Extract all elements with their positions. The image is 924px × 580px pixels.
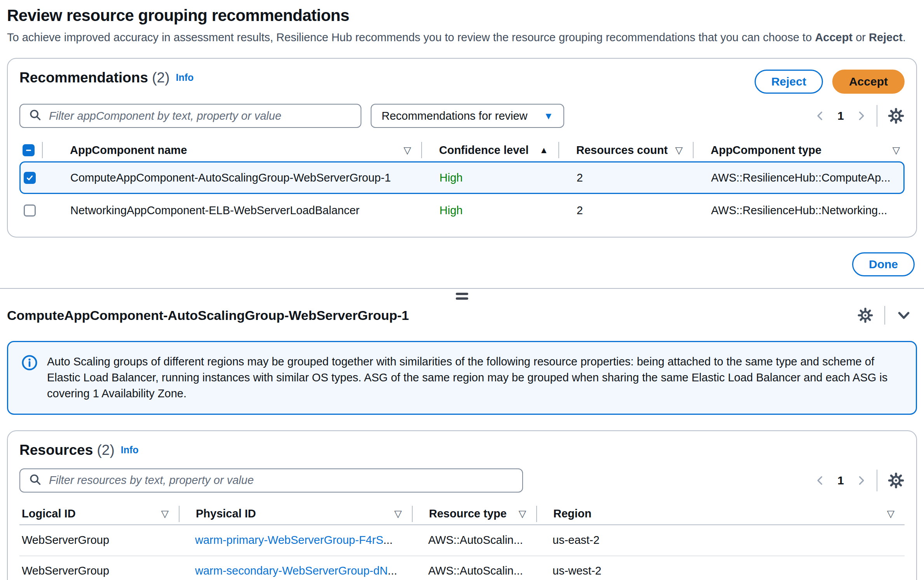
row-checkbox-checked[interactable] [24, 172, 36, 184]
recommendations-filter-dropdown[interactable]: Recommendations for review ▼ [371, 104, 564, 128]
recommendations-count: (2) [152, 70, 169, 86]
truncation-ellipsis: ... [384, 534, 393, 546]
caret-down-icon: ▼ [544, 111, 553, 121]
resources-filter-input[interactable] [48, 473, 514, 487]
column-header-region[interactable]: Region ▽ [536, 506, 905, 522]
toolbar-divider [877, 470, 877, 491]
select-all-checkbox[interactable] [23, 144, 35, 156]
description-reject-word: Reject [869, 31, 903, 44]
resources-count-cell: 2 [560, 204, 694, 217]
recommendations-actions: Reject Accept [755, 70, 905, 94]
appcomponent-name-cell: ComputeAppComponent-AutoScalingGroup-Web… [43, 171, 422, 184]
recommendations-filter-input[interactable] [48, 109, 352, 123]
filter-triangle-icon: ▽ [519, 508, 526, 519]
resources-table-header: Logical ID ▽ Physical ID ▽ Resource type… [19, 503, 905, 525]
column-header-confidence-level[interactable]: Confidence level ▲ [421, 142, 558, 158]
table-row: WebServerGroup warm-primary-WebServerGro… [19, 525, 905, 556]
resources-title-group: Resources (2) Info [19, 442, 139, 458]
done-row: Done [7, 252, 915, 276]
column-header-appcomponent-name[interactable]: AppComponent name ▽ [42, 142, 421, 158]
region-cell: us-west-2 [536, 564, 905, 577]
info-circle-icon [21, 355, 38, 402]
done-button[interactable]: Done [852, 252, 915, 276]
resources-info-link[interactable]: Info [121, 444, 139, 456]
current-page-number[interactable]: 1 [837, 474, 844, 487]
row-select-cell [21, 204, 43, 217]
recommendations-table-header: AppComponent name ▽ Confidence level ▲ R… [19, 139, 905, 161]
resources-panel: Resources (2) Info 1 [7, 430, 917, 580]
table-row: WebServerGroup warm-secondary-WebServerG… [19, 556, 905, 580]
resources-table: Logical ID ▽ Physical ID ▽ Resource type… [19, 503, 905, 580]
description-or-word: or [853, 31, 869, 44]
resources-pagination: 1 [815, 474, 866, 487]
column-header-resource-type[interactable]: Resource type ▽ [412, 506, 536, 522]
description-accept-word: Accept [815, 31, 853, 44]
column-header-appcomponent-type[interactable]: AppComponent type ▽ [693, 142, 905, 158]
truncation-ellipsis: ... [388, 564, 397, 577]
recommendations-panel-header: Recommendations (2) Info Reject Accept [19, 70, 905, 94]
recommendations-pagination: 1 [815, 109, 866, 122]
toolbar-divider [877, 105, 877, 127]
table-preferences-gear-icon[interactable] [887, 107, 905, 124]
resources-title: Resources (2) [19, 442, 115, 458]
split-controls-divider [884, 306, 885, 325]
resources-toolbar-right: 1 [815, 470, 905, 491]
physical-id-link[interactable]: warm-primary-WebServerGroup-F4rS [195, 534, 384, 546]
page: Review resource grouping recommendations… [0, 0, 924, 580]
split-panel-preferences-gear-icon[interactable] [857, 307, 873, 323]
column-header-logical-id[interactable]: Logical ID ▽ [19, 506, 179, 522]
recommendations-toolbar: Recommendations for review ▼ 1 [19, 104, 905, 128]
resources-toolbar: 1 [19, 468, 905, 493]
search-icon [29, 473, 42, 488]
accept-button[interactable]: Accept [832, 70, 905, 94]
filter-triangle-icon: ▽ [887, 508, 894, 519]
description-text: To achieve improved accuracy in assessme… [7, 31, 815, 44]
recommendations-table: AppComponent name ▽ Confidence level ▲ R… [19, 139, 905, 227]
filter-triangle-icon: ▽ [893, 145, 900, 156]
resources-panel-header: Resources (2) Info [19, 442, 905, 458]
filter-triangle-icon: ▽ [394, 508, 402, 519]
appcomponent-type-cell: AWS::ResilienceHub::ComputeAp... [694, 171, 903, 184]
recommendations-panel: Recommendations (2) Info Reject Accept R… [7, 58, 917, 238]
column-header-resources-count[interactable]: Resources count ▽ [558, 142, 693, 158]
row-checkbox-unchecked[interactable] [24, 204, 36, 217]
split-panel-drag-handle[interactable] [456, 293, 468, 300]
filter-triangle-icon: ▽ [404, 145, 411, 156]
region-cell: us-east-2 [536, 534, 905, 547]
info-alert: Auto Scaling groups of different regions… [7, 341, 917, 415]
previous-page-button[interactable] [815, 475, 826, 486]
confidence-level-cell: High [422, 204, 560, 217]
dropdown-selected-value: Recommendations for review [382, 110, 528, 122]
confidence-level-cell: High [422, 171, 560, 184]
appcomponent-name-cell: NetworkingAppComponent-ELB-WebServerLoad… [43, 204, 422, 217]
table-row[interactable]: ComputeAppComponent-AutoScalingGroup-Web… [19, 161, 905, 194]
logical-id-cell: WebServerGroup [19, 534, 179, 547]
filter-triangle-icon: ▽ [161, 508, 169, 519]
resource-type-cell: AWS::AutoScalin... [412, 564, 536, 577]
alert-message: Auto Scaling groups of different regions… [47, 354, 893, 402]
resources-count: (2) [97, 442, 115, 458]
previous-page-button[interactable] [815, 110, 826, 121]
collapse-chevron-down-icon[interactable] [896, 307, 912, 323]
next-page-button[interactable] [856, 475, 866, 486]
physical-id-link[interactable]: warm-secondary-WebServerGroup-dN [195, 564, 388, 577]
row-select-cell [21, 172, 43, 184]
current-page-number[interactable]: 1 [837, 109, 844, 122]
filter-triangle-icon: ▽ [675, 145, 683, 156]
recommendations-info-link[interactable]: Info [176, 72, 194, 83]
resource-type-cell: AWS::AutoScalin... [412, 534, 536, 547]
search-icon [29, 108, 42, 123]
recommendations-title-group: Recommendations (2) Info [19, 70, 194, 86]
resources-count-cell: 2 [560, 171, 694, 184]
next-page-button[interactable] [856, 110, 866, 121]
table-preferences-gear-icon[interactable] [887, 472, 905, 489]
physical-id-cell: warm-primary-WebServerGroup-F4rS... [179, 534, 412, 547]
reject-button[interactable]: Reject [755, 70, 823, 94]
split-panel-header: ComputeAppComponent-AutoScalingGroup-Web… [7, 306, 917, 325]
page-description: To achieve improved accuracy in assessme… [7, 31, 917, 44]
column-header-physical-id[interactable]: Physical ID ▽ [179, 506, 412, 522]
table-row[interactable]: NetworkingAppComponent-ELB-WebServerLoad… [19, 194, 905, 227]
page-title: Review resource grouping recommendations [7, 6, 917, 25]
recommendations-title: Recommendations (2) [19, 70, 170, 86]
sort-ascending-icon: ▲ [539, 145, 548, 155]
